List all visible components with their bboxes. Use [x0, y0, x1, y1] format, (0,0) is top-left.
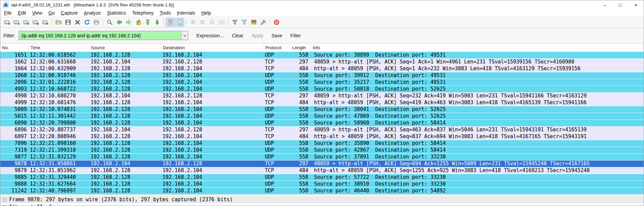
- zoom-100-icon[interactable]: 1:1: [208, 18, 216, 27]
- column-header-length[interactable]: Length: [291, 43, 311, 52]
- cell-no: 5009: [0, 106, 29, 113]
- resize-columns-icon[interactable]: [217, 18, 226, 27]
- column-header-time[interactable]: Time: [29, 43, 89, 52]
- filter-save-button[interactable]: Save: [271, 33, 282, 38]
- file-open-icon[interactable]: [54, 18, 63, 27]
- detail-tree-line[interactable]: +Ethernet II, Src: ...: [0, 203, 644, 206]
- file-close-icon[interactable]: [73, 18, 82, 27]
- file-save-icon[interactable]: [63, 18, 72, 27]
- expander-icon[interactable]: +: [3, 205, 6, 206]
- go-top-icon[interactable]: [143, 18, 152, 27]
- packet-row[interactable]: 499312:32:10.668722192.168.2.128192.168.…: [0, 86, 644, 93]
- column-header-destination[interactable]: Destination: [161, 43, 264, 52]
- cell-no: 6890: [0, 120, 29, 127]
- menu-edit[interactable]: Edit: [15, 10, 29, 16]
- cell-length: 558: [291, 174, 311, 181]
- cell-source: 192.168.2.128: [89, 181, 161, 188]
- capture-options-icon[interactable]: [12, 18, 21, 27]
- cell-no: 11242: [0, 188, 29, 194]
- capture-interfaces-icon[interactable]: [3, 18, 12, 27]
- cell-time: 12:32:01.222816: [29, 79, 89, 86]
- packet-row[interactable]: 501512:32:11.301442192.168.2.128192.168.…: [0, 113, 644, 120]
- packet-row[interactable]: 987912:32:31.051962192.168.2.128192.168.…: [0, 167, 644, 174]
- menu-view[interactable]: View: [29, 10, 45, 16]
- packet-row[interactable]: 1124212:32:40.796997192.168.2.128192.168…: [0, 188, 644, 194]
- packet-row[interactable]: 166212:32:00.631668192.168.2.104192.168.…: [0, 59, 644, 65]
- filter-expression-button[interactable]: Expression...: [196, 33, 224, 38]
- print-icon[interactable]: [92, 18, 101, 27]
- packet-row[interactable]: 987712:32:31.032129192.168.2.128192.168.…: [0, 154, 644, 161]
- detail-tree-line[interactable]: +Frame 9878: 297 bytes on wire (2376 bit…: [0, 196, 644, 203]
- coloring-rules-icon[interactable]: [249, 18, 258, 27]
- capture-filter-icon[interactable]: [230, 18, 239, 27]
- filter-input[interactable]: (ip.addr eq 192.168.2.128 and ip.addr eq…: [19, 31, 188, 40]
- go-to-packet-icon[interactable]: [134, 18, 142, 27]
- cell-source: 192.168.2.128: [89, 106, 161, 113]
- packet-row[interactable]: 186812:32:00.918746192.168.2.128192.168.…: [0, 72, 644, 79]
- cell-time: 12:32:31.051962: [29, 167, 89, 174]
- packet-row[interactable]: 499912:32:10.681476192.168.2.128192.168.…: [0, 99, 644, 106]
- filter-dropdown-button[interactable]: [181, 31, 188, 40]
- column-header-no[interactable]: No.: [0, 43, 29, 52]
- packet-row[interactable]: 987812:32:31.050861192.168.2.104192.168.…: [0, 161, 644, 167]
- autoscroll-icon[interactable]: [175, 18, 184, 27]
- cell-destination: 192.168.2.128: [161, 161, 264, 167]
- zoom-in-icon[interactable]: [189, 18, 197, 27]
- packet-row[interactable]: 689712:32:20.808946192.168.2.128192.168.…: [0, 133, 644, 140]
- cell-destination: 192.168.2.104: [161, 113, 264, 120]
- column-header-source[interactable]: Source: [89, 43, 161, 52]
- close-button[interactable]: ×: [628, 0, 644, 9]
- menu-telephony[interactable]: Telephony: [129, 10, 157, 16]
- menu-tools[interactable]: Tools: [157, 10, 174, 16]
- go-forward-icon[interactable]: [124, 18, 133, 27]
- cell-length: 558: [291, 120, 311, 127]
- menu-help[interactable]: Help: [198, 10, 214, 16]
- minimize-button[interactable]: –: [597, 0, 612, 9]
- colorize-icon[interactable]: [166, 18, 175, 27]
- go-bottom-icon[interactable]: [153, 18, 161, 27]
- expander-icon[interactable]: +: [3, 198, 6, 202]
- menu-file[interactable]: File: [1, 10, 15, 16]
- packet-row[interactable]: 689012:32:20.799800192.168.2.128192.168.…: [0, 120, 644, 127]
- packet-row[interactable]: 165112:32:00.618562192.168.2.128192.168.…: [0, 52, 644, 59]
- packet-row[interactable]: 731912:32:21.399310192.168.2.128192.168.…: [0, 147, 644, 154]
- menu-statistics[interactable]: Statistics: [104, 10, 129, 16]
- cell-protocol: TCP: [264, 167, 291, 174]
- column-header-info[interactable]: Info: [311, 43, 644, 52]
- maximize-button[interactable]: □: [612, 0, 628, 9]
- cell-source: 192.168.2.128: [89, 52, 161, 59]
- toolbar-separator: [186, 19, 187, 26]
- go-back-icon[interactable]: [115, 18, 123, 27]
- packet-row[interactable]: 689612:32:20.807737192.168.2.104192.168.…: [0, 127, 644, 133]
- packet-row[interactable]: 209612:32:01.222816192.168.2.128192.168.…: [0, 79, 644, 86]
- cell-protocol: UDP: [264, 147, 291, 154]
- filter-apply-button[interactable]: Apply: [251, 33, 263, 38]
- menu-go[interactable]: Go: [45, 10, 58, 16]
- packet-row[interactable]: 709612:32:21.098160192.168.2.128192.168.…: [0, 140, 644, 147]
- menu-capture[interactable]: Capture: [58, 10, 81, 16]
- reload-icon[interactable]: [82, 18, 91, 27]
- column-header-protocol[interactable]: Protocol: [264, 43, 291, 52]
- zoom-out-icon[interactable]: [198, 18, 207, 27]
- cell-info: Source port: 42867 Destination port: 584…: [311, 147, 644, 154]
- capture-restart-icon[interactable]: [41, 18, 50, 27]
- filter-label[interactable]: Filter:: [3, 33, 15, 38]
- find-icon[interactable]: [105, 18, 114, 27]
- packet-row[interactable]: 500912:32:10.974831192.168.2.128192.168.…: [0, 106, 644, 113]
- preferences-icon[interactable]: [259, 18, 268, 27]
- packet-row[interactable]: 166412:32:00.632909192.168.2.128192.168.…: [0, 65, 644, 72]
- packet-row[interactable]: 988812:32:31.627664192.168.2.128192.168.…: [0, 181, 644, 188]
- packet-row[interactable]: 499812:32:10.680270192.168.2.104192.168.…: [0, 93, 644, 99]
- cell-destination: 192.168.2.104: [161, 106, 264, 113]
- packet-row[interactable]: 988512:32:31.329440192.168.2.128192.168.…: [0, 174, 644, 181]
- display-filter-icon[interactable]: [240, 18, 249, 27]
- cell-protocol: UDP: [264, 79, 291, 86]
- menu-internals[interactable]: Internals: [174, 10, 198, 16]
- help-icon[interactable]: [272, 18, 281, 27]
- cell-no: 9878: [0, 161, 29, 167]
- capture-start-icon[interactable]: [22, 18, 31, 27]
- filter-clear-button[interactable]: Clear: [232, 33, 243, 38]
- capture-stop-icon[interactable]: [31, 18, 40, 27]
- menu-analyze[interactable]: Analyze: [81, 10, 104, 16]
- filter-filter-button[interactable]: Filter: [290, 33, 301, 38]
